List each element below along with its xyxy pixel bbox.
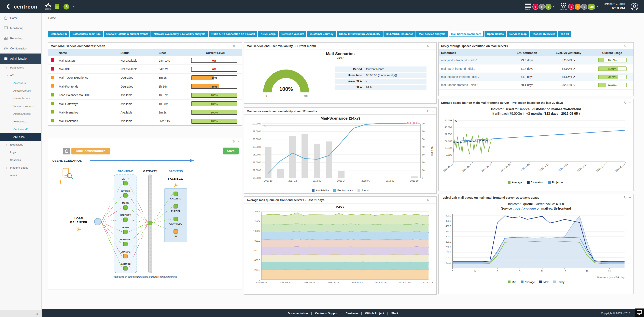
tab-global-infrastructure-availability[interactable]: Global Infrastructure Availability [336,31,383,37]
tab-datacenters-tem-hum[interactable]: Datacenters Tem/Hum [70,31,103,37]
tab-tactical-overview[interactable]: Tactical Overview [530,31,557,37]
sidebar-sub-logs[interactable]: Logs [0,148,42,156]
health-row[interactable]: Mail-ScenariosAvailable8m 2s100% [48,108,242,117]
tab-global-it-status-current-events[interactable]: Global IT status & current events [104,31,150,37]
sidebar-sub-reload-acl[interactable]: Reload ACL [0,118,42,125]
footer-link-github-project[interactable]: Github Project [365,312,384,314]
centreon-logo[interactable]: centreon [6,3,37,10]
chevron-down-icon[interactable]: ▾ [73,5,74,8]
sidebar-item-home[interactable]: Home [0,13,42,23]
est-saturation: 29.3 days [508,56,546,64]
status-badge[interactable]: 118 [588,4,595,9]
sidebar-item-reporting[interactable]: Reporting [0,33,42,43]
sidebar-sub-platform-status[interactable]: ▸Platform Status [0,164,42,171]
health-row[interactable]: Mail-IDFNot available34m 2s0% [48,65,242,74]
minimize-icon[interactable]: − [432,198,434,202]
pollers-icon[interactable]: pollers [45,3,51,10]
svg-text:100: 100 [304,95,308,97]
tab-open-tickets[interactable]: Open Tickets [484,31,506,37]
footer-link-documentation[interactable]: Documentation [288,312,308,314]
refresh-icon[interactable]: ↻ [232,44,235,48]
minimize-icon[interactable]: − [432,44,434,48]
risky-row[interactable]: mail-uranus-frontend - disk-/60.4 days-3… [439,81,634,89]
tab-customer-journey[interactable]: Customer Journey [308,31,336,37]
tab-database-fs[interactable]: Database FS [48,31,69,37]
refresh-icon[interactable]: ↻ [427,109,429,113]
footer-link-centreon[interactable]: Centreon [346,312,358,314]
minimize-icon[interactable]: − [629,196,631,199]
status-badge[interactable]: 0 [539,4,544,9]
health-row[interactable]: Mail-BackendsAvailable56m 11s100% [48,117,242,125]
sidebar-collapse-button[interactable]: « [0,310,42,317]
latency-clock-icon[interactable] [63,3,70,9]
tab-top-10[interactable]: Top 10 [558,31,571,37]
risky-row[interactable]: mail-neptune-frontend - disk-/44.2 days8… [439,73,634,81]
tab-trafic-nb-connection-on-firewall[interactable]: Trafic & Nb connection on Firewall [208,31,257,37]
tab-network-availability-reliability-analysis[interactable]: Network availability & reliability analy… [151,31,208,37]
svg-text:1.200k: 1.200k [253,220,260,223]
database-status-icon[interactable] [54,3,60,9]
footer-link-slack[interactable]: Slack [391,312,398,314]
chevron-down-icon[interactable]: ▾ [596,5,598,8]
risky-row[interactable]: mail-earth-frontend - disk-/31.4 days88.… [439,64,634,73]
refresh-icon[interactable]: ↻ [232,140,235,143]
hosts-icon[interactable]: hosts [524,3,531,10]
footer-link-centreon-support[interactable]: Centreon Support [315,312,339,314]
minimize-icon[interactable]: − [432,109,434,113]
sidebar-item-monitoring[interactable]: Monitoring [0,23,42,33]
chevron-down-icon[interactable]: ▾ [552,5,554,8]
services-icon[interactable]: services [560,2,567,10]
sidebar-sub-parameters[interactable]: ▸Parameters [0,64,42,71]
save-button[interactable]: Save [223,148,238,154]
sidebar-sub-centreon-mbi[interactable]: Centreon MBI [0,125,42,133]
infrastructure-diagram[interactable]: USERS SCENARIOSFRONTENDGATEWAYBACKENDLOA… [48,155,239,275]
tab-acme-corp[interactable]: ACME corp. [258,31,278,37]
sidebar-sub-menus-access[interactable]: Menus Access [0,94,42,102]
tab-centreon-website[interactable]: Centreon Website [279,31,306,37]
health-row[interactable]: Load-Balancer-Mail-IDFAvailable1h 57m100… [48,91,242,99]
sidebar-sub-extensions[interactable]: ▸Extensions [0,141,42,148]
refresh-icon[interactable]: ↻ [427,198,429,202]
status-badge[interactable]: 0 [532,4,538,9]
health-row[interactable]: Mail-FrontendsDegraded1h 16m60% [48,82,242,91]
svg-text:10: 10 [422,169,424,171]
tab-services-map[interactable]: Services map [507,31,529,37]
tab-hillmore-insurance[interactable]: HILLMORE Insurance [384,31,416,37]
health-row[interactable]: Mail-GatewaysAvailable1h 38m100% [48,99,242,108]
home-tile-icon[interactable] [63,148,70,154]
minimize-icon[interactable]: − [238,44,240,48]
minimize-icon[interactable]: − [629,101,631,104]
sidebar-sub-resources-access[interactable]: Resources Access [0,102,42,110]
tab-mail-service-analysis[interactable]: Mail service analysis [416,31,448,37]
sidebar-item-administration[interactable]: Administration [0,53,42,64]
infrastructure-tag[interactable]: Mail Infrastructure [72,148,110,154]
sidebar-sub-about[interactable]: About [0,171,42,179]
status-badge[interactable]: 4 [575,4,580,9]
sidebar-item-configuration[interactable]: Configuration [0,43,42,53]
user-avatar[interactable] [630,3,638,10]
sidebar-sub-acl-rules[interactable]: ACL rules [0,133,42,141]
trend-down-icon: ↘ [573,58,576,62]
sidebar-sub-access-list[interactable]: Access List [0,79,42,87]
health-row[interactable]: Mail - User ExperienceDegraded8m 2s50% [48,74,242,82]
refresh-icon[interactable]: ↻ [624,44,626,48]
sidebar-sub-sessions[interactable]: Sessions [0,156,42,164]
breadcrumb[interactable]: Home [48,17,56,19]
minimize-icon[interactable]: − [238,140,240,143]
display-mode-button[interactable] [635,309,644,317]
refresh-icon[interactable]: ↻ [427,44,429,48]
status-badge[interactable]: 5 [569,4,574,9]
status-badge[interactable]: 0 [582,4,587,9]
risky-row[interactable]: mail-jupiter-frontend - disk-/29.3 days-… [439,56,634,64]
sidebar-sub-acl[interactable]: ▾ACL [0,71,42,79]
minimize-icon[interactable]: − [629,44,631,48]
sidebar-sub-access-groups[interactable]: Access Groups [0,87,42,94]
svg-text:0: 0 [259,279,260,281]
health-row[interactable]: Mail-MastersNot available28m 14s0% [48,56,242,65]
column-header: Est. saturation [508,49,546,56]
tab-mail-service-dashboard[interactable]: Mail Service Dashboard [448,31,484,37]
refresh-icon[interactable]: ↻ [624,196,626,199]
status-badge[interactable]: 5 [546,4,551,9]
sidebar-sub-actions-access[interactable]: Actions Access [0,110,42,118]
refresh-icon[interactable]: ↻ [624,101,626,104]
